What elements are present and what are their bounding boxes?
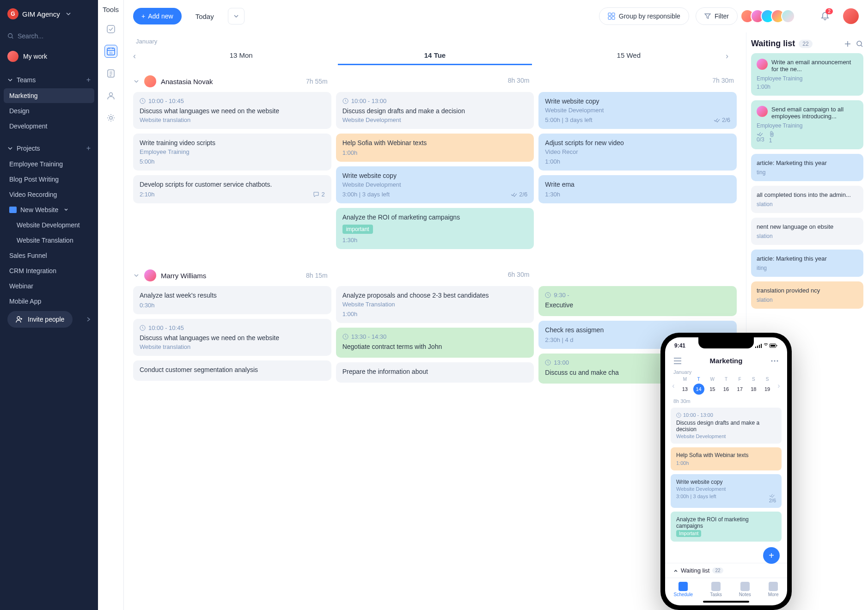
date-column-header[interactable]: 15 Wed bbox=[532, 47, 726, 65]
chevron-down-icon bbox=[64, 207, 68, 212]
add-team-icon[interactable]: + bbox=[86, 76, 91, 84]
phone-task-card[interactable]: Analyze the ROI of marketing campaignsIm… bbox=[671, 512, 782, 542]
person-header[interactable]: Marry Williams8h 15m bbox=[133, 263, 328, 286]
chevron-down-icon bbox=[133, 272, 140, 279]
sidebar-project[interactable]: Video Recording bbox=[4, 187, 94, 202]
user-avatar[interactable] bbox=[843, 8, 859, 24]
sidebar-project[interactable]: Blog Post Writing bbox=[4, 172, 94, 187]
sidebar-project-folder[interactable]: New Website bbox=[4, 202, 94, 217]
phone-day[interactable]: F17 bbox=[734, 377, 746, 395]
task-card[interactable]: Analyze proposals and choose 2-3 best ca… bbox=[336, 286, 534, 323]
sidebar-project[interactable]: Employee Training bbox=[4, 157, 94, 171]
waiting-card[interactable]: article: Marketing this yearting bbox=[751, 154, 863, 181]
date-column-header[interactable]: 13 Mon bbox=[144, 47, 338, 65]
task-card[interactable]: Analyze last week's results0:30h bbox=[133, 286, 331, 314]
sidebar-team[interactable]: Marketing bbox=[4, 88, 94, 103]
agency-switcher[interactable]: G GIM Agency bbox=[4, 6, 94, 22]
avatar bbox=[144, 269, 156, 281]
phone-day[interactable]: M13 bbox=[679, 377, 691, 395]
phone-day[interactable]: S18 bbox=[748, 377, 759, 395]
phone-day[interactable]: W15 bbox=[707, 377, 718, 395]
svg-rect-11 bbox=[612, 17, 615, 19]
phone-day[interactable]: T14 bbox=[693, 377, 704, 395]
phone-menu-icon[interactable] bbox=[673, 358, 682, 364]
waiting-card[interactable]: all completed tions into the admin...sla… bbox=[751, 186, 863, 213]
phone-tab[interactable]: Tasks bbox=[710, 582, 722, 597]
phone-tab[interactable]: More bbox=[768, 582, 779, 597]
phone-tab[interactable]: Schedule bbox=[673, 582, 693, 597]
date-column-header[interactable]: 14 Tue bbox=[338, 47, 532, 65]
task-card[interactable]: Adjust scripts for new videoVideo Recor1… bbox=[538, 134, 737, 171]
phone-more-icon[interactable] bbox=[770, 360, 779, 362]
sidebar-project[interactable]: Mobile App bbox=[4, 294, 94, 309]
phone-tab[interactable]: Notes bbox=[739, 582, 751, 597]
task-project: Website Development bbox=[342, 181, 528, 188]
add-project-icon[interactable]: + bbox=[86, 144, 91, 152]
add-new-button[interactable]: + Add new bbox=[133, 8, 182, 24]
waiting-card[interactable]: Write an email announcement for the ne..… bbox=[751, 53, 863, 96]
task-card[interactable]: 13:30 - 14:30Negotiate contract terms wi… bbox=[336, 328, 534, 358]
task-card[interactable]: Write training video scriptsEmployee Tra… bbox=[133, 134, 331, 171]
checklist-icon[interactable] bbox=[104, 23, 117, 36]
add-waiting-icon[interactable] bbox=[844, 40, 851, 48]
projects-header[interactable]: Projects + bbox=[4, 140, 94, 156]
phone-day[interactable]: S19 bbox=[762, 377, 773, 395]
person-time: 8h 15m bbox=[306, 272, 328, 279]
phone-task-card[interactable]: 10:00 - 13:00Discuss design drafts and m… bbox=[671, 408, 782, 444]
group-by-button[interactable]: Group by responsible bbox=[599, 7, 689, 25]
task-card[interactable]: Analyze the ROI of marketing campaignsim… bbox=[336, 208, 534, 249]
phone-prev-week[interactable]: ‹ bbox=[669, 382, 678, 390]
waiting-card[interactable]: Send email campaign to all employees int… bbox=[751, 100, 863, 149]
task-card[interactable]: Help Sofia with Webinar texts1:00h bbox=[336, 134, 534, 162]
phone-task-card[interactable]: Help Sofia with Webinar texts1:00h bbox=[671, 447, 782, 470]
waiting-card[interactable]: translation provided ncyslation bbox=[751, 281, 863, 309]
date-dropdown[interactable] bbox=[228, 8, 245, 24]
sidebar-project[interactable]: CRM Integration bbox=[4, 263, 94, 278]
sidebar-subproject[interactable]: Website Translation bbox=[4, 233, 94, 248]
task-card[interactable]: Write website copyWebsite Development5:0… bbox=[538, 92, 737, 129]
person-header[interactable]: Anastasia Novak7h 55m bbox=[133, 69, 328, 92]
svg-rect-10 bbox=[608, 17, 611, 19]
task-card[interactable]: Prepare the information about bbox=[336, 362, 534, 383]
task-card[interactable]: Conduct customer segmentation analysis bbox=[133, 360, 331, 381]
people-icon[interactable] bbox=[104, 89, 117, 102]
settings-icon[interactable] bbox=[104, 111, 117, 124]
waiting-card[interactable]: article: Marketing this yeariting bbox=[751, 250, 863, 277]
sidebar-team[interactable]: Development bbox=[4, 119, 94, 134]
notes-icon[interactable] bbox=[104, 67, 117, 80]
avatar bbox=[781, 9, 795, 23]
teams-header[interactable]: Teams + bbox=[4, 72, 94, 88]
waiting-title: Write an email announcement for the ne..… bbox=[771, 59, 858, 73]
rail-label: Tools bbox=[103, 6, 119, 13]
waiting-card[interactable]: nent new language on ebsiteslation bbox=[751, 218, 863, 245]
invite-button[interactable]: Invite people bbox=[7, 311, 73, 328]
assignee-avatars[interactable] bbox=[744, 9, 795, 23]
search-waiting-icon[interactable] bbox=[856, 40, 863, 48]
phone-day[interactable]: T16 bbox=[721, 377, 732, 395]
collapse-sidebar-icon[interactable] bbox=[86, 316, 91, 323]
task-card[interactable]: Develop scripts for customer service cha… bbox=[133, 175, 331, 203]
mywork-link[interactable]: My work bbox=[4, 47, 94, 66]
task-card[interactable]: 9:30 -Executive bbox=[538, 286, 737, 316]
task-card[interactable]: 10:00 - 10:45Discuss what languages we n… bbox=[133, 319, 331, 356]
sidebar-project[interactable]: Sales Funnel bbox=[4, 248, 94, 263]
filter-button[interactable]: Filter bbox=[696, 7, 738, 25]
sidebar-team[interactable]: Design bbox=[4, 104, 94, 118]
calendar-icon[interactable]: 31 bbox=[104, 45, 117, 58]
task-card[interactable]: Write ema1:30h bbox=[538, 175, 737, 203]
task-card[interactable]: Write website copyWebsite Development3:0… bbox=[336, 166, 534, 203]
task-card[interactable]: 10:00 - 13:00Discuss design drafts and m… bbox=[336, 92, 534, 129]
sidebar-project[interactable]: Webinar bbox=[4, 279, 94, 293]
search-input[interactable]: Search... bbox=[4, 28, 94, 44]
prev-day-button[interactable]: ‹ bbox=[133, 51, 144, 61]
phone-waiting-toggle[interactable]: Waiting list 22 bbox=[665, 563, 787, 578]
phone-add-button[interactable]: + bbox=[763, 547, 780, 564]
sidebar-subproject[interactable]: Website Development bbox=[4, 218, 94, 232]
today-button[interactable]: Today bbox=[188, 8, 221, 25]
notifications-button[interactable]: 2 bbox=[820, 11, 830, 21]
next-day-button[interactable]: › bbox=[726, 51, 737, 61]
phone-title: Marketing bbox=[710, 357, 743, 365]
task-card[interactable]: 10:00 - 10:45Discuss what languages we n… bbox=[133, 92, 331, 129]
phone-next-week[interactable]: › bbox=[774, 382, 783, 390]
phone-task-card[interactable]: Write website copyWebsite Development3:0… bbox=[671, 474, 782, 508]
